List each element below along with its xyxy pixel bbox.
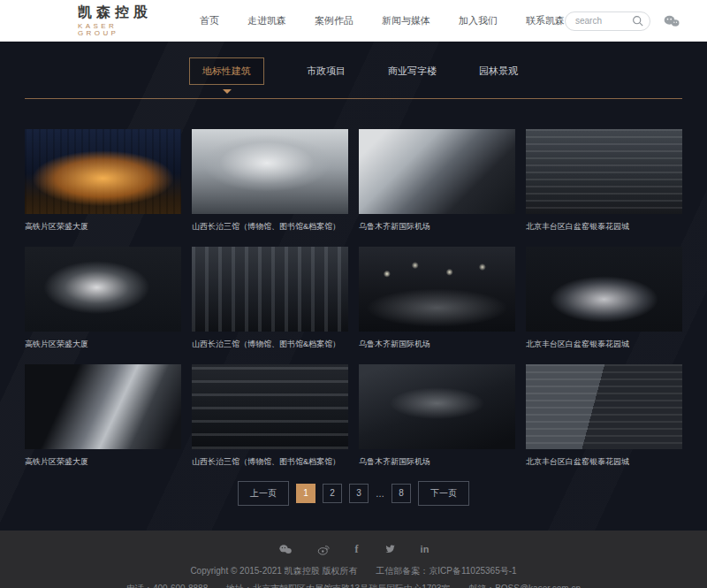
wechat-icon[interactable]	[663, 14, 680, 27]
project-thumbnail[interactable]	[526, 364, 682, 449]
email-text: 邮箱：BOSS@kaser.com.cn	[468, 584, 581, 588]
site-header: 凯森控股 KASER GROUP 首页 走进凯森 案例作品 新闻与媒体 加入我们…	[0, 0, 707, 42]
project-caption: 高铁片区荣盛大厦	[25, 221, 181, 232]
facebook-icon[interactable]: f	[355, 543, 359, 556]
project-thumbnail[interactable]	[359, 129, 515, 214]
project-thumbnail[interactable]	[192, 247, 348, 332]
social-links: f in	[0, 542, 707, 556]
section-divider	[25, 98, 682, 99]
site-footer: f in Copyright © 2015-2021 凯森控股 版权所有 工信部…	[0, 531, 707, 588]
project-thumbnail[interactable]	[25, 129, 181, 214]
tab-landmark-buildings[interactable]: 地标性建筑	[189, 57, 264, 85]
search-icon[interactable]	[632, 15, 643, 27]
nav-item-home[interactable]: 首页	[200, 14, 219, 27]
project-caption: 北京丰台区白盆窑银泰花园城	[526, 456, 682, 467]
project-caption: 山西长治三馆（博物馆、图书馆&档案馆）	[192, 339, 348, 349]
copyright-line: Copyright © 2015-2021 凯森控股 版权所有 工信部备案：京I…	[0, 565, 707, 577]
project-thumbnail[interactable]	[526, 247, 682, 332]
pagination: 上一页 1 2 3 … 8 下一页	[0, 481, 707, 531]
page-number-8[interactable]: 8	[392, 484, 411, 503]
project-caption: 山西长治三馆（博物馆、图书馆&档案馆）	[192, 456, 348, 467]
nav-item-contact[interactable]: 联系凯森	[526, 14, 565, 27]
nav-item-about[interactable]: 走进凯森	[247, 14, 286, 27]
nav-item-news[interactable]: 新闻与媒体	[382, 14, 430, 27]
logo-english-name: KASER GROUP	[78, 23, 159, 37]
project-thumbnail[interactable]	[526, 129, 682, 214]
page-ellipsis: …	[376, 489, 384, 499]
project-thumbnail[interactable]	[359, 247, 515, 332]
logo-chinese-name: 凯森控股	[78, 5, 159, 19]
prev-page-button[interactable]: 上一页	[238, 481, 289, 506]
nav-item-join[interactable]: 加入我们	[459, 14, 498, 27]
project-card[interactable]: 高铁片区荣盛大厦	[25, 129, 181, 232]
project-card[interactable]: 北京丰台区白盆窑银泰花园城	[526, 129, 682, 232]
weibo-icon[interactable]	[317, 544, 331, 555]
wechat-icon[interactable]	[278, 544, 293, 554]
phone-text: 电话：400-600-8888	[126, 584, 208, 588]
address-text: 地址：北京市朝阳区农展馆南路13号瑞辰国际中心1703室	[226, 584, 450, 588]
project-caption: 高铁片区荣盛大厦	[25, 456, 181, 467]
search-input[interactable]	[575, 16, 632, 26]
portfolio-section: 地标性建筑 市政项目 商业写字楼 园林景观 高铁片区荣盛大厦 山西长治三馆（博物…	[0, 42, 707, 531]
project-caption: 北京丰台区白盆窑银泰花园城	[526, 339, 682, 349]
tab-municipal-projects[interactable]: 市政项目	[307, 58, 346, 84]
copyright-text: Copyright © 2015-2021 凯森控股 版权所有	[190, 566, 357, 576]
contact-line: 电话：400-600-8888 地址：北京市朝阳区农展馆南路13号瑞辰国际中心1…	[0, 583, 707, 588]
project-thumbnail[interactable]	[192, 129, 348, 214]
page-number-2[interactable]: 2	[323, 484, 342, 503]
page-number-3[interactable]: 3	[349, 484, 369, 503]
project-caption: 乌鲁木齐新国际机场	[359, 456, 515, 467]
next-page-button[interactable]: 下一页	[418, 481, 469, 506]
project-card[interactable]: 北京丰台区白盆窑银泰花园城	[526, 247, 682, 349]
project-thumbnail[interactable]	[25, 247, 181, 332]
linkedin-icon[interactable]: in	[421, 544, 430, 554]
project-card[interactable]: 乌鲁木齐新国际机场	[359, 129, 515, 232]
icp-number: 工信部备案：京ICP备11025365号-1	[376, 566, 516, 576]
main-nav: 首页 走进凯森 案例作品 新闻与媒体 加入我们 联系凯森	[200, 14, 565, 27]
tab-landscape[interactable]: 园林景观	[479, 58, 518, 84]
brand-logo[interactable]: 凯森控股 KASER GROUP	[78, 5, 159, 37]
project-card[interactable]: 山西长治三馆（博物馆、图书馆&档案馆）	[192, 247, 348, 349]
project-thumbnail[interactable]	[359, 364, 515, 449]
project-caption: 北京丰台区白盆窑银泰花园城	[526, 221, 682, 232]
twitter-icon[interactable]	[384, 544, 396, 554]
project-caption: 高铁片区荣盛大厦	[25, 339, 181, 349]
project-caption: 乌鲁木齐新国际机场	[359, 339, 515, 349]
project-card[interactable]: 山西长治三馆（博物馆、图书馆&档案馆）	[192, 364, 348, 467]
project-card[interactable]: 山西长治三馆（博物馆、图书馆&档案馆）	[192, 129, 348, 232]
project-card[interactable]: 乌鲁木齐新国际机场	[359, 247, 515, 349]
project-caption: 山西长治三馆（博物馆、图书馆&档案馆）	[192, 221, 348, 232]
project-card[interactable]: 北京丰台区白盆窑银泰花园城	[526, 364, 682, 467]
category-tabs: 地标性建筑 市政项目 商业写字楼 园林景观	[0, 42, 707, 85]
project-card[interactable]: 高铁片区荣盛大厦	[25, 364, 181, 467]
search-box[interactable]	[565, 11, 650, 31]
tab-commercial-offices[interactable]: 商业写字楼	[388, 58, 437, 84]
project-card[interactable]: 高铁片区荣盛大厦	[25, 247, 181, 349]
project-grid: 高铁片区荣盛大厦 山西长治三馆（博物馆、图书馆&档案馆） 乌鲁木齐新国际机场 北…	[25, 129, 682, 467]
nav-item-portfolio[interactable]: 案例作品	[315, 14, 354, 27]
project-card[interactable]: 乌鲁木齐新国际机场	[359, 364, 515, 467]
project-thumbnail[interactable]	[25, 364, 181, 449]
project-thumbnail[interactable]	[192, 364, 348, 449]
page-number-1[interactable]: 1	[296, 484, 315, 503]
project-caption: 乌鲁木齐新国际机场	[359, 221, 515, 232]
